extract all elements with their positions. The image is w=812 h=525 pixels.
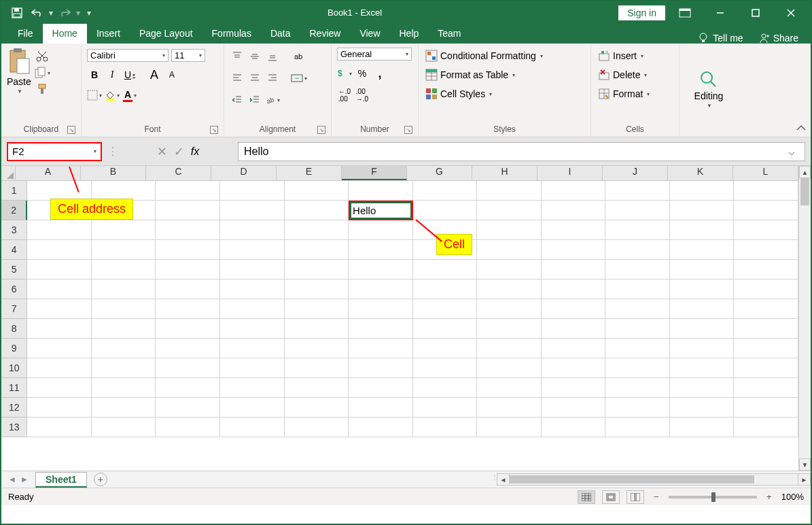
cell-G6[interactable]	[413, 280, 478, 299]
cell-E11[interactable]	[285, 378, 349, 398]
cell-C11[interactable]	[156, 378, 220, 398]
tab-view[interactable]: View	[350, 24, 389, 44]
name-box[interactable]: F2 ▾	[7, 142, 102, 161]
cell-K5[interactable]	[670, 260, 735, 280]
increase-indent-button[interactable]	[247, 92, 262, 107]
cell-I7[interactable]	[542, 299, 606, 319]
format-painter-button[interactable]	[34, 82, 50, 97]
editing-button[interactable]: Editing ▼	[693, 69, 725, 110]
cell-C12[interactable]	[156, 398, 220, 418]
cell-G2[interactable]	[413, 201, 478, 220]
column-header-F[interactable]: F	[342, 166, 407, 180]
cell-J8[interactable]	[605, 319, 670, 339]
sheet-tab-1[interactable]: Sheet1	[35, 472, 87, 488]
cell-B7[interactable]	[92, 299, 156, 319]
cut-button[interactable]	[34, 49, 50, 64]
cell-G10[interactable]	[413, 358, 478, 378]
cell-I5[interactable]	[542, 260, 606, 280]
select-all-corner[interactable]	[1, 166, 16, 181]
tell-me[interactable]: Tell me	[698, 33, 743, 44]
sign-in-button[interactable]: Sign in	[618, 5, 665, 20]
cell-styles-button[interactable]: Cell Styles▾	[424, 87, 585, 101]
underline-button[interactable]: U▾	[122, 67, 137, 82]
cell-G13[interactable]	[413, 418, 478, 437]
row-header-7[interactable]: 7	[1, 299, 27, 319]
column-header-I[interactable]: I	[537, 166, 603, 180]
redo-dropdown[interactable]: ▾	[76, 8, 80, 18]
decrease-font-button[interactable]: A	[164, 67, 179, 82]
cell-E12[interactable]	[285, 398, 349, 418]
cell-F7[interactable]	[349, 299, 413, 319]
cell-J2[interactable]	[605, 201, 670, 220]
cell-B1[interactable]	[92, 181, 156, 201]
paste-button[interactable]: Paste ▼	[5, 46, 33, 123]
cell-L5[interactable]	[734, 260, 798, 280]
hscroll-grip[interactable]: ⋮	[491, 473, 497, 486]
cell-J11[interactable]	[605, 378, 670, 398]
cell-D8[interactable]	[220, 319, 285, 339]
cell-H9[interactable]	[477, 339, 542, 358]
cell-H2[interactable]	[477, 201, 542, 220]
increase-decimal-button[interactable]: ←.0.00	[337, 88, 352, 103]
tab-help[interactable]: Help	[390, 24, 429, 44]
cell-I1[interactable]	[542, 181, 606, 201]
cell-I3[interactable]	[542, 220, 606, 240]
cell-D9[interactable]	[220, 339, 285, 358]
cell-K10[interactable]	[670, 358, 735, 378]
cell-A10[interactable]	[27, 358, 92, 378]
cell-L7[interactable]	[734, 299, 798, 319]
page-layout-view-button[interactable]	[602, 490, 620, 504]
cell-D10[interactable]	[220, 358, 285, 378]
decrease-decimal-button[interactable]: .00→.0	[355, 88, 370, 103]
orientation-button[interactable]: ab▾	[265, 92, 280, 107]
align-top-button[interactable]	[230, 49, 245, 64]
cell-B3[interactable]	[92, 220, 156, 240]
cell-B4[interactable]	[92, 240, 156, 260]
cell-D3[interactable]	[220, 220, 285, 240]
scroll-right-button[interactable]: ►	[798, 474, 810, 485]
cell-G12[interactable]	[413, 398, 478, 418]
cell-G5[interactable]	[413, 260, 478, 280]
zoom-level[interactable]: 100%	[781, 492, 804, 502]
tab-file[interactable]: File	[8, 24, 43, 44]
cell-E9[interactable]	[285, 339, 349, 358]
cell-C5[interactable]	[156, 260, 220, 280]
sheet-nav-next[interactable]: ►	[19, 475, 30, 484]
cell-D11[interactable]	[220, 378, 285, 398]
cell-D1[interactable]	[220, 181, 285, 201]
page-break-view-button[interactable]	[626, 490, 644, 504]
cell-J3[interactable]	[605, 220, 670, 240]
cell-K6[interactable]	[670, 280, 735, 299]
maximize-button[interactable]	[740, 4, 771, 22]
font-size-select[interactable]: 11▾	[171, 49, 205, 62]
hscroll-thumb[interactable]	[510, 475, 754, 484]
formula-expand-icon[interactable]: ⌵	[788, 145, 799, 158]
normal-view-button[interactable]	[578, 490, 595, 504]
accounting-format-button[interactable]: $▾	[337, 66, 352, 81]
cell-L10[interactable]	[734, 358, 798, 378]
cell-H5[interactable]	[477, 260, 542, 280]
cell-K11[interactable]	[670, 378, 735, 398]
undo-button[interactable]	[29, 4, 46, 22]
cell-E1[interactable]	[285, 181, 349, 201]
merge-center-button[interactable]: ▾	[291, 71, 307, 86]
cell-J7[interactable]	[605, 299, 670, 319]
clipboard-dialog-launcher[interactable]: ↘	[67, 126, 75, 134]
new-sheet-button[interactable]: +	[94, 473, 107, 486]
decrease-indent-button[interactable]	[230, 92, 245, 107]
fill-color-button[interactable]: ▾	[105, 88, 120, 103]
cell-I9[interactable]	[542, 339, 606, 358]
cell-J1[interactable]	[605, 181, 670, 201]
cell-E8[interactable]	[285, 319, 349, 339]
row-header-5[interactable]: 5	[1, 260, 27, 280]
cell-C4[interactable]	[156, 240, 220, 260]
column-header-E[interactable]: E	[277, 166, 342, 180]
close-button[interactable]	[775, 4, 807, 22]
format-as-table-button[interactable]: Format as Table▾	[424, 68, 585, 82]
cell-D12[interactable]	[220, 398, 285, 418]
cell-C8[interactable]	[156, 319, 220, 339]
row-header-11[interactable]: 11	[1, 378, 27, 398]
cell-A11[interactable]	[27, 378, 92, 398]
vscroll-track[interactable]	[799, 178, 811, 458]
undo-dropdown[interactable]: ▾	[49, 8, 53, 18]
